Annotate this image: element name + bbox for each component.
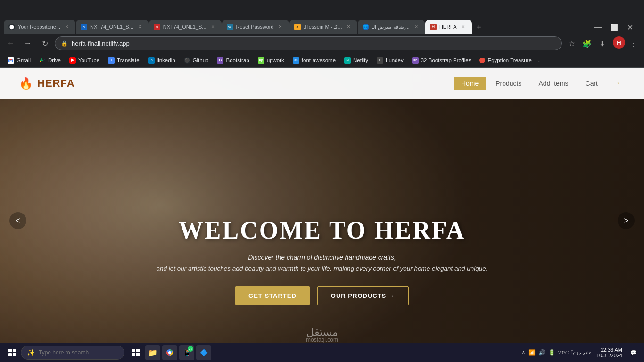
tab-nxt2[interactable]: N NXT74_ONL1_S... ×: [149, 20, 222, 34]
tab-exhibit-label: إضافة معرض الـ...: [372, 24, 410, 30]
tab-nxt2-label: NXT74_ONL1_S...: [163, 24, 206, 30]
bookmark-youtube-label: YouTube: [78, 58, 99, 63]
nxt2-favicon: N: [154, 24, 160, 30]
bookmark-32bootstrap[interactable]: 32 32 Bootstrap Profiles: [408, 55, 475, 66]
taskbar-clock[interactable]: 12:36 AM 10/31/2024: [596, 347, 622, 358]
chrome-taskbar-icon[interactable]: [162, 345, 177, 360]
nav-actions: ☆ 🧩 ⬇ H ⋮: [565, 36, 640, 50]
taskbar-extra-icon[interactable]: 🔷: [196, 345, 211, 360]
hero-title: WELCOME TO HERFA: [47, 216, 597, 244]
nav-bar: ← → ↻ 🔒 herfa-finall.netlify.app ☆ 🧩 ⬇ H…: [0, 34, 644, 53]
tab-nxt2-close[interactable]: ×: [209, 23, 217, 31]
bookmark-upwork[interactable]: up upwork: [254, 55, 288, 66]
fontawesome-favicon-icon: <>: [293, 57, 299, 64]
taskbar-search-input[interactable]: [39, 349, 114, 356]
refresh-button[interactable]: ↻: [38, 36, 52, 50]
tab-hessein-close[interactable]: ×: [345, 23, 353, 31]
bookmark-star-button[interactable]: ☆: [565, 36, 579, 50]
title-bar: [0, 0, 644, 17]
nav-home-link[interactable]: Home: [454, 77, 486, 90]
minimize-button[interactable]: —: [591, 21, 604, 34]
back-button[interactable]: ←: [4, 36, 18, 50]
site-nav-links: Home Products Add Items Cart →: [454, 75, 625, 91]
nav-cart-link[interactable]: Cart: [578, 77, 605, 90]
tab-github[interactable]: ⬤ Your Repositorie... ×: [4, 20, 75, 34]
site-logo-text: HERFA: [37, 77, 75, 90]
nav-products-link[interactable]: Products: [488, 77, 529, 90]
tab-herfa-close[interactable]: ×: [460, 23, 467, 31]
tab-hessein[interactable]: 5 .Hessein M - كـ... ×: [289, 20, 357, 34]
downloads-button[interactable]: ⬇: [595, 36, 609, 50]
file-explorer-icon[interactable]: 📁: [145, 345, 160, 360]
bookmark-drive-label: Drive: [48, 58, 61, 63]
bookmark-upwork-label: upwork: [267, 58, 284, 63]
logo-flame-icon: 🔥: [19, 77, 33, 90]
bookmark-netlify-label: Netlify: [353, 58, 368, 63]
tab-reset[interactable]: W Reset Password ×: [222, 20, 289, 34]
hero-subtitle2: and let our artistic touches add beauty …: [47, 265, 597, 272]
our-products-button[interactable]: OUR PRODUCTS →: [317, 286, 409, 305]
menu-button[interactable]: ⋮: [626, 36, 640, 50]
tab-reset-close[interactable]: ×: [277, 23, 284, 31]
tab-github-close[interactable]: ×: [63, 23, 71, 31]
tab-herfa[interactable]: H HERFA ×: [425, 20, 472, 34]
network-icon[interactable]: 📶: [528, 349, 536, 356]
bookmark-fontawesome-label: font-awesome: [302, 58, 336, 63]
taskbar-right: ∧ 📶 🔊 🔋 20°C عائم جزئياً 12:36 AM 10/31/…: [521, 346, 640, 359]
weather-condition: عائم جزئياً: [571, 350, 592, 355]
get-started-button[interactable]: GET STARTED: [235, 286, 310, 305]
tab-nxt1[interactable]: N NXT74_ONL1_S... ×: [76, 20, 149, 34]
bookmark-egypt-label: Egyption Treasure –...: [487, 58, 541, 63]
tab-exhibit-close[interactable]: ×: [413, 23, 420, 31]
hero-buttons: GET STARTED OUR PRODUCTS →: [47, 286, 597, 305]
start-button[interactable]: [4, 344, 21, 361]
bookmark-linkedin[interactable]: in linkedin: [144, 55, 179, 66]
login-icon[interactable]: →: [607, 75, 625, 91]
address-bar[interactable]: 🔒 herfa-finall.netlify.app: [55, 36, 562, 50]
battery-icon[interactable]: 🔋: [548, 349, 555, 356]
whatsapp-taskbar-icon[interactable]: 📱 77: [179, 345, 194, 360]
bookmark-github-label: Github: [193, 58, 209, 63]
tab-hessein-label: .Hessein M - كـ...: [304, 24, 342, 30]
translate-favicon-icon: T: [108, 57, 115, 64]
bookmark-github[interactable]: ⚫ Github: [180, 55, 213, 66]
svg-rect-1: [136, 349, 140, 352]
bookmark-gmail-label: Gmail: [17, 58, 31, 63]
extensions-button[interactable]: 🧩: [580, 36, 594, 50]
bookmark-lundev[interactable]: L Lundev: [373, 55, 407, 66]
tab-nxt1-label: NXT74_ONL1_S...: [90, 24, 133, 30]
tab-reset-label: Reset Password: [236, 24, 274, 30]
forward-button[interactable]: →: [21, 36, 35, 50]
bookmark-youtube[interactable]: ▶ YouTube: [66, 55, 103, 66]
maximize-button[interactable]: ⬜: [607, 21, 620, 34]
taskbar-app-icons: 📁 📱 77 🔷: [128, 345, 211, 360]
egypt-favicon-icon: [479, 58, 485, 63]
bookmark-drive[interactable]: Drive: [35, 55, 65, 66]
bookmark-egypt[interactable]: Egyption Treasure –...: [476, 55, 545, 66]
volume-icon[interactable]: 🔊: [538, 349, 545, 356]
bookmark-translate[interactable]: T Translate: [104, 55, 143, 66]
notification-center-button[interactable]: 💬: [627, 346, 640, 359]
nav-add-items-link[interactable]: Add Items: [531, 77, 576, 90]
svg-rect-3: [136, 353, 140, 356]
bookmark-netlify[interactable]: N Netlify: [340, 55, 372, 66]
chrome-profile-avatar[interactable]: H: [613, 36, 625, 49]
bookmark-gmail[interactable]: Gmail: [4, 55, 34, 66]
carousel-next-button[interactable]: >: [618, 212, 635, 229]
taskbar-search[interactable]: ✨: [21, 346, 124, 360]
bookmark-bootstrap[interactable]: B Bootstrap: [213, 55, 253, 66]
tab-nxt1-close[interactable]: ×: [136, 23, 144, 31]
carousel-prev-button[interactable]: <: [9, 212, 26, 229]
close-button[interactable]: ✕: [623, 21, 636, 34]
github-bk-favicon-icon: ⚫: [184, 57, 190, 64]
svg-rect-0: [132, 349, 135, 352]
bookmark-translate-label: Translate: [117, 58, 140, 63]
whatsapp-badge: 77: [188, 346, 193, 352]
tab-add-exhibit[interactable]: 🌐 إضافة معرض الـ... ×: [358, 20, 425, 34]
up-arrow-icon[interactable]: ∧: [521, 349, 526, 356]
taskview-button[interactable]: [128, 345, 143, 360]
linkedin-favicon-icon: in: [148, 57, 155, 64]
new-tab-button[interactable]: +: [472, 21, 486, 34]
weather-temp: 20°C: [558, 350, 569, 355]
bookmark-fontawesome[interactable]: <> font-awesome: [289, 55, 339, 66]
